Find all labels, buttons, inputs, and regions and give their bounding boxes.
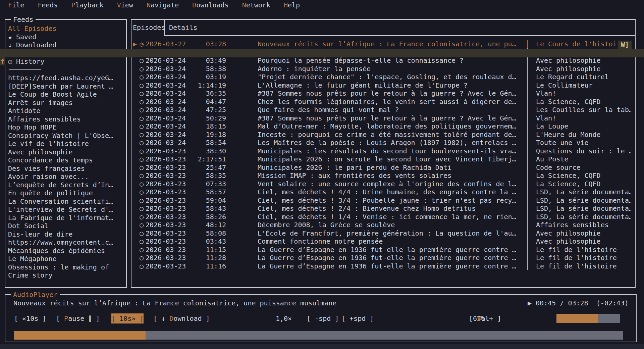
feed-item[interactable]: Concordance des temps [8,156,125,164]
menu-item-downloads[interactable]: Downloads [192,1,228,9]
skip-back-button[interactable]: [ «10s ] [14,313,46,323]
tab-details[interactable]: Details [169,23,197,32]
episode-row[interactable]: ○2026-03-2325:47Municipales 2026 : le pa… [131,163,634,172]
menu-item-navigate[interactable]: Navigate [147,1,179,9]
menu-item-help[interactable]: Help [284,1,300,9]
episode-row[interactable]: ○2026-03-2358:57Ciel, mes déchets ! 4/4 … [131,188,634,196]
feed-item[interactable]: Hop Hop HOPE [8,123,125,132]
episode-title: Que faire des hommes qui vont mal ? [258,106,524,114]
episode-row[interactable]: ○2026-03-2404:47Chez les fourmis légionn… [131,98,634,106]
menu-item-playback[interactable]: Playback [71,1,103,9]
episode-title: Nouveaux récits sur l’Afrique : La Franc… [258,40,524,48]
feed-item[interactable]: Dis-leur de dire [8,230,125,239]
episode-row[interactable]: ○2026-03-2358:43Ciel, mes déchets ! 2/4 … [131,204,634,213]
volume-up-button[interactable]: [ Vol+ ] [469,313,501,323]
episode-podcast: Le fil de l'histoire [528,254,631,262]
episode-row[interactable]: ○2026-03-2358:08L'École de Francfort, pr… [131,229,634,238]
episode-date: 2026-03-23 [146,155,187,163]
episode-row[interactable]: ○2026-03-2338:30Municipales : les résult… [131,147,634,155]
episode-row[interactable]: ○2026-03-2307:33Vent solaire : une sourc… [131,180,634,188]
feed-item[interactable]: Le Coup de Boost Agile [8,90,125,99]
feed-item[interactable]: [DEEP]Search par Laurent … [8,82,125,91]
playing-icon [133,73,140,81]
feed-item[interactable]: All Episodes [8,24,125,33]
playing-icon [133,147,140,155]
episode-status-icon: ○ [140,221,146,229]
progress-bar[interactable] [14,331,623,340]
episode-row[interactable]: ○2026-03-232:17:51Municipales 2026 : on … [131,155,634,163]
episode-podcast: Les Couilles sur la tab… [528,106,631,114]
feed-item-label: [DEEP]Search par Laurent … [8,82,113,90]
episode-podcast: Toute une vie [528,139,631,147]
feed-item[interactable]: La Fabrique de l'informat… [8,214,125,222]
episode-date: 2026-03-24 [146,65,187,73]
feed-item[interactable]: Dot Social [8,222,125,230]
speed-down-button[interactable]: [ -spd ] [307,313,339,323]
feed-item-label: Crime story [8,271,52,279]
feed-item-label: https://feed.ausha.co/yeG… [8,74,113,82]
menu-item-view[interactable]: View [117,1,133,9]
feed-item[interactable]: Antidote [8,107,125,115]
episode-date: 2026-03-27 [146,40,187,48]
episode-row[interactable]: ○2026-03-241:14:19L'Allemagne : le futur… [131,81,634,90]
download-button[interactable]: [ ↓ Download ] [153,313,210,323]
episode-row[interactable]: ○2026-03-2359:04Ciel, mes déchets ! 3/4 … [131,196,634,205]
episode-row[interactable]: ○2026-03-2311:28La Guerre d’Espagne en 1… [131,254,634,262]
speed-display: 1,0× [276,313,292,323]
feed-item[interactable]: Affaires sensibles [8,115,125,123]
feed-item[interactable]: https://www.omnycontent.c… [8,238,125,247]
skip-forward-button[interactable]: [ 10s» ] [111,313,144,323]
feed-item[interactable]: Des vies françaises [8,164,125,173]
episode-duration: 03:49 [187,56,226,65]
feed-item[interactable]: L'interview de Secrets d'… [8,205,125,214]
episode-row[interactable]: ▶◔2026-03-2703:28Nouveaux récits sur l’A… [131,40,634,48]
tab-divider [164,20,165,35]
feed-item[interactable]: Avoir raison avec... [8,172,125,181]
episode-row[interactable]: ○2026-03-2358:26Ciel, mes déchets ! 1/4 … [131,213,634,221]
episode-status-icon: ○ [140,188,146,196]
feed-item[interactable]: ↓Downloaded [8,41,125,49]
down-arrow-icon: ↓ [8,41,16,49]
episode-row[interactable]: ○2026-03-2458:54Les Maîtres de la poésie… [131,139,634,147]
episode-row[interactable]: ○2026-03-2419:18Inceste : pourquoi ce cr… [131,131,634,139]
episode-row[interactable]: ○2026-03-2450:29#387 Sommes nous prêts p… [131,114,634,122]
feed-item[interactable]: Le Mégaphone [8,255,125,263]
episode-row[interactable]: ○2026-03-2458:38Adorno : inquiéter la pe… [131,65,634,73]
episode-row[interactable]: ○2026-03-2403:49Pourquoi la pensée dépas… [131,56,634,65]
episode-row[interactable]: ○2026-03-2303:43Comment fonctionne notre… [131,237,634,246]
menu-item-feeds[interactable]: Feeds [38,1,58,9]
episode-row[interactable]: ○2026-03-2311:16La Guerre d’Espagne en 1… [131,262,634,270]
feed-item[interactable]: La Conversation scientifi… [8,197,125,206]
pause-button[interactable]: [ Pause ∥ ] [56,313,100,323]
tab-episodes[interactable]: Episodes [133,23,165,32]
episode-status-icon: ○ [140,56,146,65]
episode-row[interactable]: ○2026-03-2403:19"Projet dernière chance"… [131,73,634,81]
feed-item[interactable]: Obsessions : le making of [8,263,125,271]
feed-item[interactable]: Le vif de l'histoire [8,140,125,148]
feed-item[interactable]: Crime story [8,271,125,280]
feed-item[interactable]: Arrêt sur images [8,99,125,107]
feed-item[interactable]: En quête de politique [8,189,125,197]
menu-item-file[interactable]: File [8,1,24,9]
volume-bar[interactable] [556,314,620,323]
episode-row[interactable]: ○2026-03-2436:35#387 Sommes nous prêts p… [131,89,634,98]
feed-item[interactable]: https://feed.ausha.co/yeG… [8,74,125,82]
feed-item[interactable]: L’enquête de Secrets d’In… [8,181,125,189]
feed-item[interactable]: Avec philosophie [8,148,125,156]
episode-row[interactable]: ○2026-03-2418:15Mal d’Outre-mer : Mayott… [131,122,634,131]
speed-up-button[interactable]: [ +spd ] [341,313,374,323]
episode-duration: 18:15 [187,122,226,131]
episode-title: Vent solaire : une source complexe à l'o… [258,180,524,188]
feed-item[interactable]: ★Saved [8,33,125,41]
feed-item[interactable]: Mécaniques des épidémies [8,247,125,255]
episode-row[interactable]: ○2026-03-2311:15La Guerre d’Espagne en 1… [131,246,634,254]
episode-row[interactable]: ○2026-03-2447:25Que faire des hommes qui… [131,106,634,114]
feed-item[interactable]: Conspiracy Watch | L'Obse… [8,132,125,140]
episode-status-icon: ○ [140,81,146,90]
episode-row[interactable]: ○2026-03-2348:12Décembre 2008, la Grèce … [131,221,634,229]
feed-item[interactable]: ◷History [8,57,125,66]
playing-icon [133,204,140,213]
episode-row[interactable]: ○2026-03-2358:35Mission IMAP : aux front… [131,171,634,180]
episode-podcast: La Science, CQFD [528,98,631,106]
menu-item-network[interactable]: Network [242,1,270,9]
